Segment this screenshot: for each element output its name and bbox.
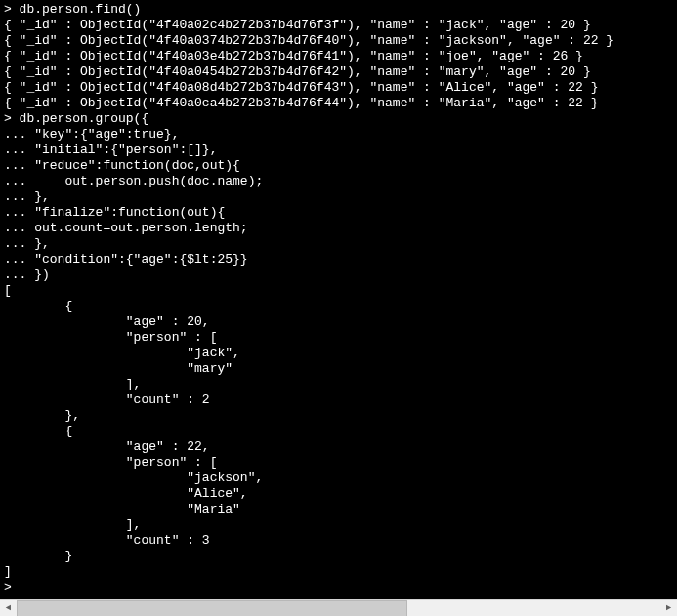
scrollbar-track[interactable] [17, 600, 660, 617]
scroll-left-button[interactable]: ◄ [0, 600, 17, 617]
terminal-output: > db.person.find() { "_id" : ObjectId("4… [0, 0, 677, 599]
horizontal-scrollbar[interactable]: ◄ ► [0, 599, 677, 616]
scroll-right-button[interactable]: ► [660, 600, 677, 617]
scrollbar-thumb[interactable] [17, 600, 407, 617]
